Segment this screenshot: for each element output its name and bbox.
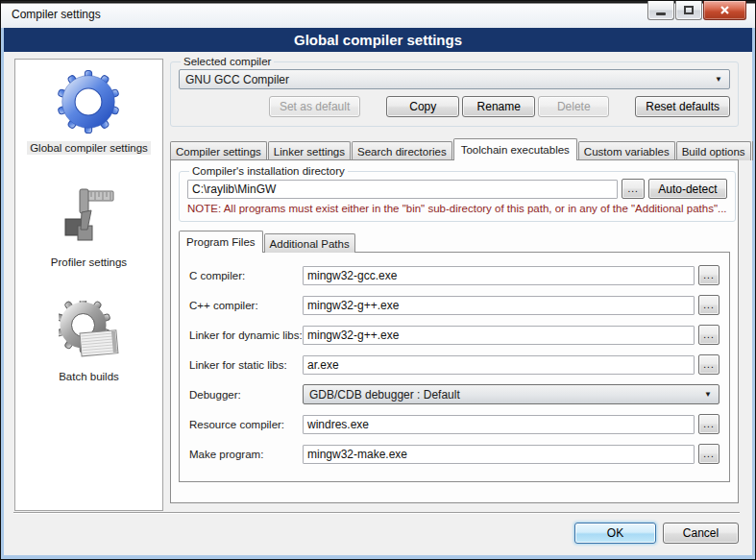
tab-toolchain-executables[interactable]: Toolchain executables xyxy=(453,138,577,160)
chevron-down-icon: ▼ xyxy=(715,76,722,84)
make-program-browse-button[interactable]: ... xyxy=(698,444,719,464)
installation-directory-legend: Compiler's installation directory xyxy=(192,165,345,177)
installation-directory-group: Compiler's installation directory ... Au… xyxy=(179,165,736,222)
installation-directory-input[interactable] xyxy=(187,180,618,199)
window-title: Compiler settings xyxy=(12,8,101,21)
installation-directory-browse-button[interactable]: ... xyxy=(622,179,645,199)
static-linker-label: Linker for static libs: xyxy=(189,359,303,371)
sidebar-item-global-compiler-settings[interactable]: Global compiler settings xyxy=(27,70,151,155)
static-linker-browse-button[interactable]: ... xyxy=(698,354,719,375)
page-title: Global compiler settings xyxy=(294,32,462,48)
cpp-compiler-browse-button[interactable]: ... xyxy=(698,295,719,315)
tab-search-directories[interactable]: Search directories xyxy=(352,141,452,160)
field-row-resource-compiler: Resource compiler: ... xyxy=(189,414,719,434)
cancel-button[interactable]: Cancel xyxy=(663,523,739,544)
sidebar-item-batch-builds[interactable]: Batch builds xyxy=(56,301,122,383)
titlebar[interactable]: Compiler settings xyxy=(1,1,755,28)
installation-directory-row: ... Auto-detect xyxy=(187,179,727,199)
caliper-icon xyxy=(58,186,119,248)
program-tabs: Program Files Additional Paths xyxy=(179,231,730,253)
field-row-c-compiler: C compiler: ... xyxy=(189,265,719,285)
make-program-input[interactable] xyxy=(303,445,695,464)
gray-gear-paper-stack-icon xyxy=(59,301,120,362)
ok-button[interactable]: OK xyxy=(574,523,656,544)
compiler-tabs: Compiler settings Linker settings Search… xyxy=(170,138,739,160)
field-row-static-linker: Linker for static libs: ... xyxy=(189,354,719,375)
tab-build-options[interactable]: Build options xyxy=(676,141,751,160)
close-icon xyxy=(719,6,730,15)
chevron-down-icon: ▼ xyxy=(704,391,712,399)
tab-clipped[interactable] xyxy=(752,141,753,160)
maximize-icon xyxy=(684,6,694,14)
compiler-actions: Set as default Copy Rename Delete Reset … xyxy=(179,96,730,117)
set-as-default-button[interactable]: Set as default xyxy=(269,96,360,117)
footer-divider xyxy=(13,512,740,514)
tab-custom-variables[interactable]: Custom variables xyxy=(578,141,675,160)
compiler-select[interactable]: GNU GCC Compiler ▼ xyxy=(179,69,730,89)
make-program-label: Make program: xyxy=(189,449,303,460)
tab-compiler-settings[interactable]: Compiler settings xyxy=(170,141,267,160)
compiler-settings-window: Compiler settings Global compiler settin… xyxy=(0,0,756,560)
dynamic-linker-label: Linker for dynamic libs: xyxy=(189,329,303,341)
sidebar-item-label: Profiler settings xyxy=(48,256,130,269)
cpp-compiler-label: C++ compiler: xyxy=(189,300,303,311)
toolchain-executables-page: Compiler's installation directory ... Au… xyxy=(170,159,739,503)
close-button[interactable] xyxy=(703,1,746,20)
tab-linker-settings[interactable]: Linker settings xyxy=(268,141,351,160)
delete-button[interactable]: Delete xyxy=(538,96,609,117)
maximize-button[interactable] xyxy=(675,1,702,20)
debugger-select-value: GDB/CDB debugger : Default xyxy=(309,388,460,402)
sidebar-item-profiler-settings[interactable]: Profiler settings xyxy=(48,186,130,269)
cpp-compiler-input[interactable] xyxy=(303,296,695,315)
auto-detect-button[interactable]: Auto-detect xyxy=(648,179,726,199)
c-compiler-browse-button[interactable]: ... xyxy=(698,265,719,285)
settings-category-list: Global compiler settings Profiler settin… xyxy=(14,59,163,511)
dynamic-linker-input[interactable] xyxy=(303,326,695,345)
minimize-icon xyxy=(656,12,666,15)
field-row-make-program: Make program: ... xyxy=(189,444,719,464)
field-row-cpp-compiler: C++ compiler: ... xyxy=(189,295,719,315)
debugger-select[interactable]: GDB/CDB debugger : Default ▼ xyxy=(303,384,719,404)
installation-note: NOTE: All programs must exist either in … xyxy=(187,203,727,214)
tab-additional-paths[interactable]: Additional Paths xyxy=(264,233,355,253)
reset-defaults-button[interactable]: Reset defaults xyxy=(635,96,730,117)
blue-gear-icon xyxy=(57,70,120,134)
resource-compiler-browse-button[interactable]: ... xyxy=(698,414,719,434)
c-compiler-input[interactable] xyxy=(303,266,695,285)
dynamic-linker-browse-button[interactable]: ... xyxy=(698,325,719,345)
rename-button[interactable]: Rename xyxy=(462,96,535,117)
resource-compiler-label: Resource compiler: xyxy=(189,419,303,430)
resource-compiler-input[interactable] xyxy=(303,415,695,434)
field-row-dynamic-linker: Linker for dynamic libs: ... xyxy=(189,325,719,345)
global-compiler-settings-panel: Selected compiler GNU GCC Compiler ▼ Set… xyxy=(170,52,741,555)
minimize-button[interactable] xyxy=(647,1,674,20)
program-files-panel: C compiler: ... C++ compiler: ... xyxy=(179,252,730,482)
dialog-footer: OK Cancel xyxy=(574,523,739,544)
selected-compiler-group: Selected compiler GNU GCC Compiler ▼ Set… xyxy=(170,56,739,127)
selected-compiler-legend: Selected compiler xyxy=(183,56,271,67)
sidebar-item-label: Batch builds xyxy=(56,370,122,383)
sidebar-item-label: Global compiler settings xyxy=(27,141,151,155)
dialog-content: Global compiler settings Profiler settin… xyxy=(4,52,752,555)
static-linker-input[interactable] xyxy=(303,355,695,375)
field-row-debugger: Debugger: GDB/CDB debugger : Default ▼ xyxy=(189,384,719,404)
debugger-label: Debugger: xyxy=(189,389,303,401)
copy-button[interactable]: Copy xyxy=(386,96,459,117)
tab-program-files[interactable]: Program Files xyxy=(179,231,263,253)
dialog-header: Global compiler settings xyxy=(4,28,752,52)
compiler-select-value: GNU GCC Compiler xyxy=(185,73,289,86)
c-compiler-label: C compiler: xyxy=(189,270,303,281)
window-controls xyxy=(646,1,746,20)
